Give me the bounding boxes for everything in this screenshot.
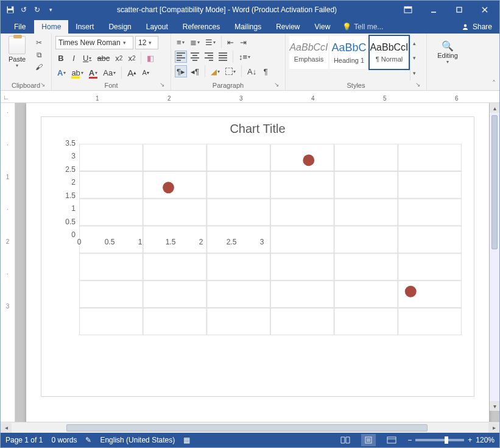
show-marks-button[interactable]: ¶ — [260, 65, 271, 77]
underline-button[interactable]: U▾ — [81, 52, 93, 64]
grow-font-button[interactable]: A▴ — [125, 66, 138, 79]
chart-object[interactable]: Chart Title 00.511.522.533.500.511.522.5… — [41, 116, 474, 397]
zoom-out-button[interactable]: − — [407, 436, 412, 444]
font-family-value: Times New Roman — [58, 38, 121, 47]
vertical-ruler[interactable]: ··1·2·3 — [1, 103, 15, 422]
format-painter-button[interactable]: 🖌 — [32, 62, 46, 73]
justify-button[interactable] — [217, 51, 229, 63]
tab-layout[interactable]: Layout — [139, 20, 175, 34]
font-family-combo[interactable]: Times New Roman▾ — [55, 36, 133, 49]
styles-dialog-launcher[interactable]: ↘ — [414, 81, 421, 88]
highlight-button[interactable]: ab▾ — [69, 66, 85, 79]
language-status[interactable]: English (United States) — [100, 436, 175, 444]
subscript-button[interactable]: x2 — [113, 52, 124, 64]
scroll-right-icon[interactable]: ▸ — [488, 423, 499, 433]
superscript-button[interactable]: x2 — [126, 52, 137, 64]
tab-selector[interactable]: ∟ — [3, 94, 9, 101]
scroll-down-icon[interactable]: ▾ — [490, 401, 499, 411]
print-layout-button[interactable] — [361, 434, 376, 446]
scroll-up-icon[interactable]: ▴ — [490, 103, 499, 113]
rtl-button[interactable]: ◂¶ — [189, 65, 201, 77]
chart-title: Chart Title — [41, 117, 474, 137]
horizontal-ruler[interactable]: ∟ 1 2 3 4 5 6 — [1, 91, 499, 103]
x-tick-label: 0.5 — [102, 238, 117, 246]
change-case-button[interactable]: Aa▾ — [101, 66, 118, 79]
zoom-slider[interactable] — [415, 439, 464, 441]
spellcheck-icon[interactable]: ✎ — [85, 436, 91, 444]
align-right-button[interactable] — [203, 51, 215, 63]
redo-icon[interactable]: ↻ — [32, 5, 42, 15]
tab-insert[interactable]: Insert — [68, 20, 101, 34]
share-button[interactable]: Share — [454, 20, 499, 34]
tab-view[interactable]: View — [308, 20, 338, 34]
borders-button[interactable]: ▾ — [224, 65, 238, 77]
page-number[interactable]: Page 1 of 1 — [5, 436, 43, 444]
scroll-thumb[interactable] — [491, 115, 498, 249]
copy-button[interactable]: ⧉ — [32, 49, 46, 60]
minimize-button[interactable] — [421, 1, 446, 18]
maximize-button[interactable] — [447, 1, 471, 18]
text-effects-button[interactable]: A▾ — [55, 66, 68, 79]
font-size-combo[interactable]: 12▾ — [135, 36, 158, 49]
font-color-button[interactable]: A▾ — [87, 66, 99, 79]
tab-review[interactable]: Review — [269, 20, 307, 34]
clipboard-dialog-launcher[interactable]: ↘ — [39, 81, 46, 88]
increase-indent-button[interactable]: ⇥ — [238, 36, 249, 48]
font-dialog-launcher[interactable]: ↘ — [158, 81, 166, 88]
macro-icon[interactable]: ▦ — [183, 436, 190, 444]
save-icon[interactable] — [5, 5, 15, 15]
collapse-ribbon-button[interactable]: ˄ — [492, 79, 496, 88]
cut-button[interactable]: ✂ — [32, 37, 46, 48]
shrink-font-button[interactable]: A▾ — [140, 66, 151, 79]
styles-more[interactable]: ▴ ▾ ▾ — [410, 36, 418, 80]
scroll-left-icon[interactable]: ◂ — [1, 423, 12, 433]
style-normal[interactable]: AaBbCcI ¶ Normal — [370, 36, 409, 69]
zoom-control: − + 120% — [407, 436, 495, 444]
align-left-button[interactable] — [175, 51, 187, 63]
chevron-down-icon: ▾ — [123, 40, 126, 46]
find-icon: 🔍 — [442, 40, 454, 52]
close-button[interactable] — [473, 1, 497, 18]
zoom-level[interactable]: 120% — [476, 436, 495, 444]
tab-file[interactable]: File — [5, 20, 34, 34]
zoom-in-button[interactable]: + — [468, 436, 472, 444]
tell-me-label: Tell me... — [354, 23, 383, 31]
align-center-button[interactable] — [189, 51, 201, 63]
ltr-button[interactable]: ¶▸ — [175, 65, 187, 77]
shading-button[interactable]: ◢▾ — [209, 65, 222, 77]
tab-references[interactable]: References — [175, 20, 227, 34]
web-layout-button[interactable] — [384, 434, 399, 446]
paragraph-dialog-launcher[interactable]: ↘ — [273, 81, 280, 88]
outdent-icon: ⇤ — [227, 38, 234, 47]
qat-more-icon[interactable]: ▾ — [46, 5, 55, 15]
italic-button[interactable]: I — [68, 52, 79, 64]
x-tick-label: 2 — [194, 238, 208, 246]
sort-button[interactable]: A↓ — [245, 65, 258, 77]
brush-icon: 🖌 — [35, 63, 43, 71]
paste-button[interactable]: Paste ▾ — [4, 36, 30, 80]
vertical-scrollbar[interactable]: ▴ ▾ — [490, 103, 499, 411]
style-emphasis[interactable]: AaBbCcI Emphasis — [289, 36, 328, 69]
tab-home[interactable]: Home — [34, 20, 68, 34]
style-heading1[interactable]: AaBbC Heading 1 — [329, 36, 368, 69]
strikethrough-button[interactable]: abc — [95, 52, 111, 64]
decrease-indent-button[interactable]: ⇤ — [225, 36, 236, 48]
tell-me-search[interactable]: 💡 Tell me... — [337, 23, 388, 34]
bullets-button[interactable]: ≡▾ — [175, 36, 186, 48]
scroll-thumb[interactable] — [66, 424, 428, 432]
word-count[interactable]: 0 words — [51, 436, 77, 444]
read-mode-button[interactable] — [338, 434, 353, 446]
clear-format-button[interactable]: ◧ — [145, 52, 156, 64]
tab-design[interactable]: Design — [101, 20, 138, 34]
line-spacing-button[interactable]: ↕≡▾ — [237, 51, 252, 63]
page[interactable]: Chart Title 00.511.522.533.500.511.522.5… — [26, 103, 489, 422]
multilevel-button[interactable]: ☰▾ — [203, 36, 217, 48]
tab-mailings[interactable]: Mailings — [227, 20, 269, 34]
editing-dropdown[interactable]: 🔍 Editing ▾ — [431, 36, 465, 80]
bold-button[interactable]: B — [55, 52, 66, 64]
horizontal-scrollbar[interactable]: ◂ ▸ — [1, 422, 499, 433]
undo-icon[interactable]: ↺ — [19, 5, 29, 15]
numbering-button[interactable]: ≣▾ — [188, 36, 202, 48]
style-preview: AaBbCcI — [289, 42, 328, 53]
ribbon-display-options-button[interactable] — [396, 1, 420, 18]
